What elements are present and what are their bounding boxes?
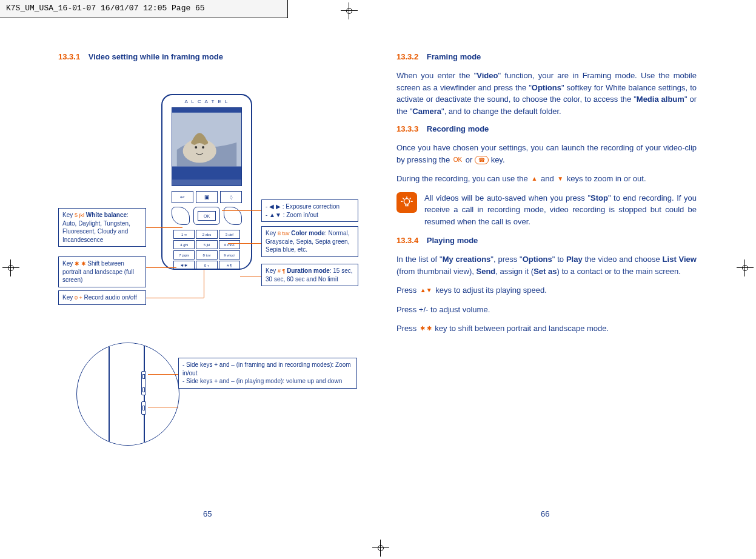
section-13-3-1-heading: 13.3.1 Video setting while in framing mo… [58, 52, 358, 61]
phone-brand-label: A L C A T E L [162, 99, 251, 104]
phone-ok-key [193, 207, 220, 225]
svg-point-7 [404, 198, 409, 204]
phone-screen-illustration [172, 107, 242, 186]
phone-side-keys-detail [76, 343, 179, 446]
crop-mark-left [2, 259, 19, 276]
call-key-glyph: ☎ [475, 156, 489, 164]
playing-mode-paragraph-volume: Press +/- to adjust volume. [396, 304, 697, 316]
lightbulb-icon [396, 192, 417, 213]
playing-mode-paragraph-1: In the list of "My creations", press "Op… [396, 253, 697, 277]
recording-mode-paragraph-2: During the recording, you can use the ▲ … [396, 173, 697, 185]
phone-nav-row [172, 206, 242, 226]
recording-note: All videos will be auto-saved when you p… [396, 192, 697, 228]
callout-color-mode: Key 8 tuv Color mode: Normal, Grayscale,… [261, 226, 358, 257]
phone-keypad: 1 ∞2 abc3 def 4 ghi5 jkl6 mno 7 pqrs8 tu… [173, 230, 240, 270]
recording-note-text: All videos will be auto-saved when you p… [424, 192, 697, 228]
playing-mode-paragraph-speed: Press ▲▼ keys to adjust its playing spee… [396, 284, 697, 296]
callout-record-audio: Key 0 + Record audio on/off [58, 290, 146, 305]
callout-shift-orientation: Key ✱ ✱ Shift between portrait and lands… [58, 256, 146, 287]
recording-mode-paragraph-1: Once you have chosen your settings, you … [396, 142, 697, 166]
svg-rect-0 [172, 108, 241, 113]
crop-mark-bottom [372, 540, 389, 557]
svg-rect-6 [172, 179, 241, 186]
section-title: Video setting while in framing mode [89, 52, 223, 61]
crop-mark-top [341, 2, 358, 19]
page-right: 13.3.2 Framing mode When you enter the "… [396, 52, 697, 342]
ok-key-glyph: OK [452, 155, 463, 164]
star-key-glyph: ✱ ✱ [419, 324, 433, 333]
down-arrow-icon: ▼ [556, 174, 564, 183]
crop-mark-right [737, 259, 754, 276]
svg-point-4 [202, 146, 204, 149]
section-13-3-4-heading: 13.3.4 Playing mode [396, 236, 697, 245]
playing-mode-paragraph-orientation: Press ✱ ✱ key to shift between portrait … [396, 323, 697, 335]
section-number: 13.3.1 [58, 52, 80, 61]
section-13-3-3-heading: 13.3.3 Recording mode [396, 124, 697, 133]
callout-duration-mode: Key # ¶ Duration mode: 15 sec, 30 sec, 6… [261, 264, 358, 286]
svg-point-3 [195, 146, 197, 149]
up-arrow-icon: ▲ [530, 174, 538, 183]
page-left: 13.3.1 Video setting while in framing mo… [58, 52, 358, 464]
up-down-arrows-icon: ▲▼ [419, 286, 433, 295]
callout-side-keys: - Side keys + and – (in framing and in r… [178, 358, 357, 389]
phone-softkey-row: ↩▣⎀ [172, 191, 242, 203]
header-stamp-text: K7S_UM_USA_16-01-07 16/01/07 12:05 Page … [6, 4, 205, 13]
section-13-3-2-heading: 13.3.2 Framing mode [396, 52, 697, 61]
phone-diagram: A L C A T E L ↩▣⎀ [58, 70, 358, 464]
framing-mode-paragraph: When you enter the "Video" function, you… [396, 70, 697, 117]
print-header-stamp: K7S_UM_USA_16-01-07 16/01/07 12:05 Page … [0, 0, 288, 18]
page-number-left: 65 [203, 509, 212, 518]
callout-white-balance: Key 5 jkl White balance: Auto, Daylight,… [58, 208, 146, 247]
page-number-right: 66 [541, 509, 549, 518]
callout-nav-keys: - ◀ ▶ : Exposure correction - ▲▼ : Zoom … [261, 199, 358, 222]
